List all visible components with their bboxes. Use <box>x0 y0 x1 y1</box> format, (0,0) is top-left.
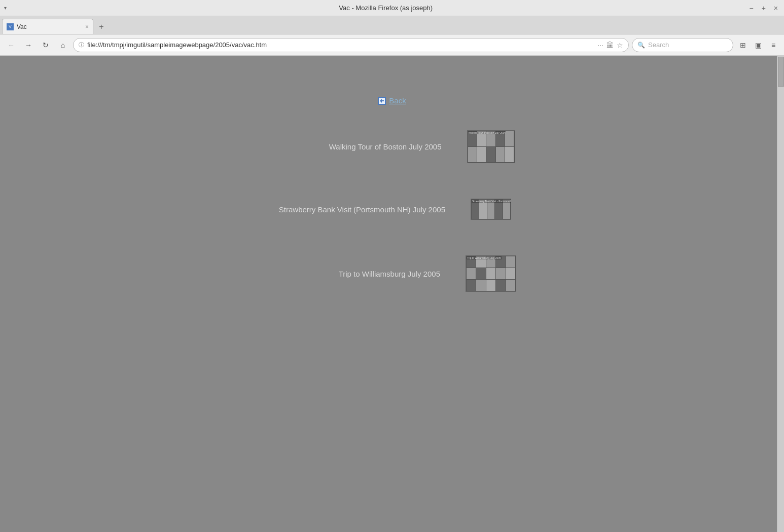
tab-title: Vac <box>17 23 82 30</box>
menu-icon[interactable]: ≡ <box>767 39 780 52</box>
title-bar: ▾ Vac - Mozilla Firefox (as joseph) − + … <box>0 0 784 16</box>
thumb-cell <box>476 280 485 291</box>
scrollbar[interactable] <box>777 56 784 532</box>
thumb-cell <box>467 280 476 291</box>
address-menu-button[interactable]: ··· <box>597 41 603 49</box>
title-bar-left: ▾ <box>4 5 24 11</box>
thumbnail: Walking Tour of Boston July 2005 <box>467 130 515 163</box>
thumb-grid <box>466 256 516 291</box>
back-link[interactable]: Back <box>389 96 406 105</box>
window-controls: − + × <box>747 3 780 13</box>
album-thumbnail-boston[interactable]: Walking Tour of Boston July 2005 <box>467 130 515 163</box>
search-box[interactable]: 🔍 Search <box>632 38 733 52</box>
forward-button[interactable]: → <box>21 38 35 52</box>
album-thumbnail-portsmouth[interactable]: Strawberry Bank Visit - Portsmouth NH - … <box>471 199 511 220</box>
reload-button[interactable]: ↻ <box>39 38 53 52</box>
thumb-grid <box>468 131 515 163</box>
security-icon: ⓘ <box>79 41 84 49</box>
search-icon: 🔍 <box>637 42 645 49</box>
album-title[interactable]: Strawberry Bank Visit (Portsmouth NH) Ju… <box>273 205 445 214</box>
sidebar-icon[interactable]: ▣ <box>752 39 765 52</box>
maximize-button[interactable]: + <box>760 3 768 13</box>
thumb-cell <box>506 280 515 291</box>
nav-bar: ← → ↻ ⌂ ⓘ file:///tm/tmpj/imgutil/sample… <box>0 34 784 56</box>
pocket-button[interactable]: 🏛 <box>607 41 614 49</box>
library-icon[interactable]: ⊞ <box>736 39 750 52</box>
thumb-cell <box>468 147 477 162</box>
page-content: Back Walking Tour of Boston July 2005 Wa… <box>0 56 784 532</box>
thumb-cell <box>476 268 485 279</box>
thumbnail: Strawberry Bank Visit - Portsmouth NH - … <box>471 199 511 220</box>
thumb-cell <box>467 268 476 279</box>
thumb-cell <box>477 147 486 162</box>
url-text: file:///tm/tmpj/imgutil/sampleimagewebpa… <box>87 41 594 49</box>
tab-favicon: V <box>7 23 14 30</box>
back-icon <box>378 97 386 105</box>
svg-marker-0 <box>380 99 384 103</box>
thumb-cell <box>496 147 505 162</box>
tab-close-button[interactable]: × <box>85 23 89 30</box>
back-section: Back <box>378 96 406 105</box>
album-entry: Trip to Williamsburg July 2005 Trip to W… <box>215 255 569 292</box>
search-placeholder: Search <box>648 41 669 49</box>
window-title: Vac - Mozilla Firefox (as joseph) <box>24 4 747 12</box>
album-title[interactable]: Trip to Williamsburg July 2005 <box>268 270 440 278</box>
address-bar[interactable]: ⓘ file:///tm/tmpj/imgutil/sampleimageweb… <box>73 38 629 52</box>
scrollbar-thumb[interactable] <box>778 57 784 87</box>
thumb-label: Walking Tour of Boston July 2005 <box>468 131 507 134</box>
thumb-label: Trip to Williamsburg July 2005 <box>467 256 502 259</box>
thumb-cell <box>486 268 495 279</box>
bookmark-star-button[interactable]: ☆ <box>617 41 623 49</box>
album-title[interactable]: Walking Tour of Boston July 2005 <box>269 142 442 151</box>
window-menu-icon[interactable]: ▾ <box>4 5 7 11</box>
nav-right-icons: ⊞ ▣ ≡ <box>736 39 780 52</box>
thumb-label: Strawberry Bank Visit - Portsmouth NH - … <box>472 200 511 203</box>
albums-container: Walking Tour of Boston July 2005 Walking… <box>215 130 569 292</box>
tab-bar: V Vac × + <box>0 16 784 34</box>
home-button[interactable]: ⌂ <box>56 38 70 52</box>
thumb-cell <box>486 280 495 291</box>
close-button[interactable]: × <box>772 3 780 13</box>
album-thumbnail-williamsburg[interactable]: Trip to Williamsburg July 2005 <box>466 255 516 292</box>
album-entry: Strawberry Bank Visit (Portsmouth NH) Ju… <box>215 199 569 220</box>
thumb-cell <box>505 131 514 146</box>
thumb-cell <box>486 147 495 162</box>
thumbnail: Trip to Williamsburg July 2005 <box>466 255 516 292</box>
thumb-cell <box>506 256 515 268</box>
thumb-cell <box>496 280 505 291</box>
back-button[interactable]: ← <box>4 38 18 52</box>
browser-window: ▾ Vac - Mozilla Firefox (as joseph) − + … <box>0 0 784 532</box>
album-entry: Walking Tour of Boston July 2005 Walking… <box>215 130 569 163</box>
thumb-cell <box>496 268 505 279</box>
new-tab-button[interactable]: + <box>94 20 109 34</box>
thumb-cell <box>506 268 515 279</box>
browser-tab[interactable]: V Vac × <box>2 19 93 34</box>
minimize-button[interactable]: − <box>747 3 755 13</box>
thumb-cell <box>505 147 514 162</box>
